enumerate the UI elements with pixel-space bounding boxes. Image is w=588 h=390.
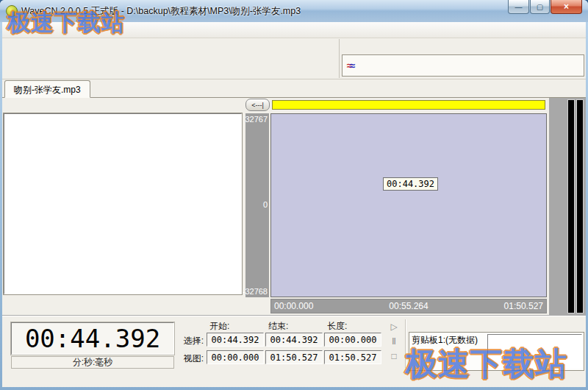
clipboard-content: 剪贴板1:(无数据) [409,332,584,371]
timeline-end: 01:50.527 [504,301,543,311]
bottom-divider [405,319,406,368]
timeline-start: 00:00.000 [274,301,313,311]
amplitude-scale: 32767 0 -32768 [245,113,269,297]
title-bar[interactable]: WaveCN 2.0.0.5 正式版 - D:\backup\教程素材\MP3\… [0,0,588,22]
menu-bar [2,22,586,38]
clipboard-panel: 剪贴板1:(无数据) [409,318,584,372]
meter-bar-right [576,99,584,313]
clipboard-tab-strip [409,318,584,333]
effect-tab-strip [342,39,584,55]
meter-db-scale [549,98,567,315]
level-meter [549,98,586,315]
cursor-time-tooltip: 00:44.392 [383,177,438,191]
time-unit-label: 分:秒:毫秒 [11,356,174,369]
length-header: 长度: [327,320,347,333]
view-start-field[interactable]: 00:00.000 [207,350,264,364]
scroll-back-button[interactable]: <---| [245,99,270,111]
file-tab-bar: 吻别-张学友.mp3 [2,79,586,98]
mini-pause-button[interactable]: Ⅱ [387,336,401,347]
clipboard-preview-box [487,334,582,369]
app-icon [6,5,18,17]
view-end-field[interactable]: 01:50.527 [265,350,323,364]
view-length-field[interactable]: 01:50.527 [324,350,381,364]
left-panel-toolbar [4,294,242,315]
effect-panel: ≈≈ [339,39,584,78]
end-header: 结束: [268,320,288,333]
format-convert-icon[interactable]: ≈≈ [347,62,355,69]
mini-stop-button[interactable]: □ [387,350,401,362]
selection-row-label: 选择: [174,335,204,347]
maximize-button[interactable]: ▢ [530,0,550,14]
current-time-display: 00:44.392 [11,322,174,355]
selection-start-field[interactable]: 00:44.392 [207,333,264,347]
waveform-panel: <---| 32767 0 -32768 00:44.392 00:00.0 [244,98,548,315]
app-window: WaveCN 2.0.0.5 正式版 - D:\backup\教程素材\MP3\… [0,0,588,390]
window-title: WaveCN 2.0.0.5 正式版 - D:\backup\教程素材\MP3\… [21,5,301,18]
minimize-button[interactable]: — [508,0,529,14]
selection-overview-bar[interactable] [272,100,545,110]
selection-end-field[interactable]: 00:44.392 [265,333,323,347]
common-files-list[interactable] [4,113,242,294]
view-row-label: 视图: [174,352,204,365]
left-panel [4,98,242,315]
mini-play-button[interactable]: ▷ [387,321,401,333]
left-tab-strip [4,98,242,114]
waveform-display[interactable]: 00:44.392 [270,113,547,297]
transport-panel: 00:44.392 分:秒:毫秒 开始: 结束: 长度: 选择: 00:44.3… [2,315,586,372]
timeline-ruler[interactable]: 00:00.000 00:55.264 01:50.527 [270,299,547,313]
close-button[interactable]: × [551,0,582,14]
selection-length-field[interactable]: 00:00.000 [324,333,381,347]
waveform-canvas[interactable] [271,114,546,297]
main-area: <---| 32767 0 -32768 00:44.392 00:00.0 [2,98,586,315]
effect-tab-content: ≈≈ [342,54,584,77]
start-header: 开始: [209,320,229,333]
mini-transport: ▷ Ⅱ □ [387,321,401,362]
status-bar [2,372,586,387]
file-tab[interactable]: 吻别-张学友.mp3 [4,80,90,98]
clipboard-status: 剪贴板1:(无数据) [412,334,478,347]
timeline-middle: 00:55.264 [389,301,428,311]
meter-bar-left [567,99,575,313]
client-area: ≈≈ 吻别-张学友.mp3 <---| 32767 [2,22,586,387]
toolbar-zone: ≈≈ [2,38,586,79]
